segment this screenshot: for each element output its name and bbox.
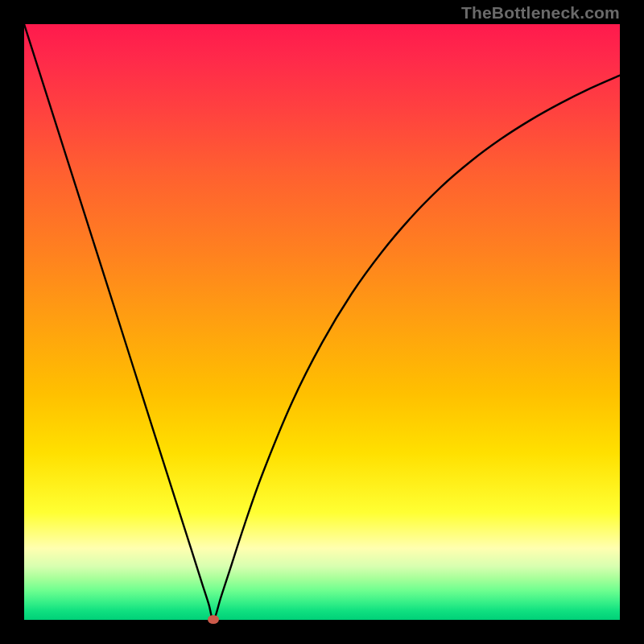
attribution-text: TheBottleneck.com bbox=[461, 3, 620, 23]
bottleneck-curve bbox=[24, 24, 620, 620]
optimum-marker bbox=[208, 615, 219, 624]
chart-frame: TheBottleneck.com bbox=[0, 0, 644, 644]
